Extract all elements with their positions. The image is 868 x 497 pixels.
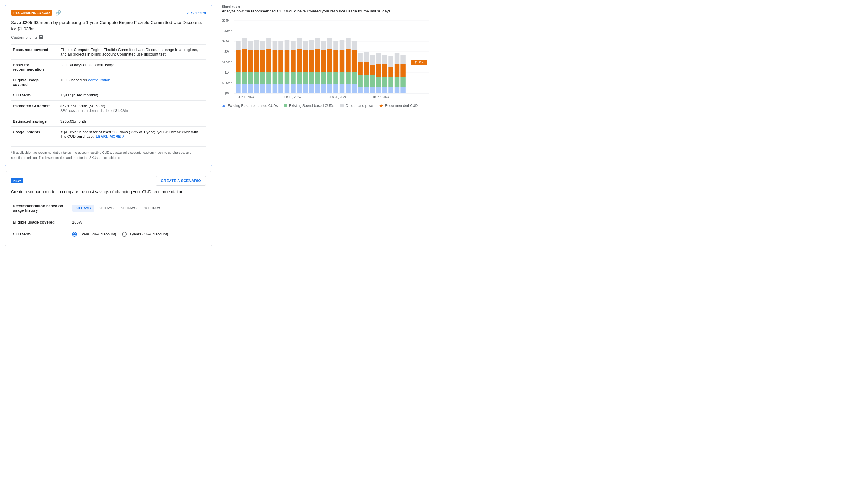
svg-rect-55 [297,49,302,72]
estimated-cost-label: Estimated CUD cost [11,101,58,116]
svg-rect-72 [321,41,326,50]
svg-rect-121 [401,87,405,93]
svg-marker-131 [222,104,226,107]
radio-1-year[interactable]: 1 year (28% discount) [72,232,116,237]
svg-rect-96 [358,53,362,62]
svg-rect-43 [278,50,283,72]
svg-text:Jun 13, 2024: Jun 13, 2024 [283,96,301,99]
configuration-link[interactable]: configuration [88,78,110,82]
svg-rect-57 [303,84,307,93]
svg-rect-60 [303,41,307,50]
svg-rect-53 [297,84,302,93]
tab-30-days[interactable]: 30 DAYS [72,204,95,212]
svg-rect-106 [376,77,381,87]
svg-rect-31 [260,50,265,72]
svg-rect-85 [346,84,350,93]
svg-rect-33 [266,84,271,93]
scenario-table: Recommendation based on usage history 30… [11,200,206,240]
svg-rect-105 [376,87,381,93]
svg-text:$0.5/hr: $0.5/hr [222,81,232,85]
square-green-icon [284,104,287,108]
cost-sub: 28% less than on-demand price of $1.02/h… [60,109,204,113]
svg-rect-89 [352,84,357,93]
svg-rect-103 [370,65,375,75]
svg-rect-93 [358,87,362,93]
svg-rect-26 [254,72,259,84]
svg-rect-112 [382,55,387,63]
legend-resource-label: Existing Resource-based CUDs [228,104,278,108]
svg-rect-58 [303,72,307,84]
svg-rect-70 [321,72,326,84]
svg-rect-49 [291,84,295,93]
svg-rect-69 [321,84,326,93]
svg-rect-113 [388,87,393,93]
legend-on-demand: On-demand price [340,104,373,108]
tab-60-days[interactable]: 60 DAYS [95,204,117,212]
radio-3-year[interactable]: 3 years (46% discount) [122,232,168,237]
svg-rect-50 [291,72,295,84]
svg-rect-46 [285,72,289,84]
footnote: * If applicable, the recommendation take… [11,146,206,160]
svg-rect-27 [254,50,259,72]
learn-more-link[interactable]: LEARN MORE ↗ [96,134,125,139]
svg-rect-64 [309,40,314,50]
svg-rect-41 [278,84,283,93]
svg-rect-120 [394,53,399,63]
svg-rect-54 [297,72,302,84]
svg-rect-99 [364,62,369,75]
svg-rect-25 [254,84,259,93]
svg-rect-76 [328,38,332,49]
simulation-title: Simulation [222,5,429,8]
svg-text:Jun 27, 2024: Jun 27, 2024 [372,96,389,99]
table-row: Eligible usage covered 100% [11,216,206,228]
chart-container: $3.5/hr $3/hr $2.5/hr $2/hr $1.5/hr $1/h… [222,18,429,101]
svg-rect-21 [248,84,252,93]
svg-rect-94 [358,75,362,87]
tab-180-days[interactable]: 180 DAYS [141,204,165,212]
square-gray-icon [340,104,344,108]
svg-rect-19 [242,49,247,72]
table-row: CUD term 1 year (billed monthly) [11,90,206,101]
svg-rect-82 [339,72,344,84]
svg-rect-92 [352,41,357,50]
svg-rect-37 [273,84,277,93]
help-icon[interactable]: ? [39,35,43,40]
create-scenario-button[interactable]: CREATE A SCENARIO [156,176,206,186]
svg-rect-74 [328,72,332,84]
svg-rect-111 [382,63,387,77]
svg-rect-132 [379,104,382,107]
svg-rect-38 [273,72,277,84]
svg-rect-23 [248,50,252,72]
svg-text:$3.5/hr: $3.5/hr [222,19,232,22]
legend-ondemand-label: On-demand price [346,104,373,108]
svg-rect-24 [248,41,252,50]
svg-rect-104 [370,55,375,65]
svg-rect-36 [266,38,271,49]
radio-1-year-circle [72,232,77,237]
basis-value: Last 30 days of historical usage [58,60,206,75]
link-icon[interactable]: 🔗 [55,10,61,16]
svg-rect-67 [315,49,320,72]
svg-rect-79 [333,50,338,72]
left-panel: RECOMMENDED CUD 🔗 ✓ Selected Save $205.6… [5,5,217,246]
svg-rect-86 [346,72,350,84]
eligible-coverage-value: 100% [70,216,206,228]
svg-rect-90 [352,72,357,84]
svg-rect-59 [303,50,307,72]
svg-text:$1/hr: $1/hr [225,71,232,74]
svg-rect-91 [352,50,357,72]
savings-label: Estimated savings [11,116,58,127]
selected-label: Selected [191,11,206,15]
svg-rect-40 [273,41,277,50]
bar-blue-1 [236,84,241,93]
svg-rect-17 [242,84,247,93]
tab-90-days[interactable]: 90 DAYS [118,204,140,212]
custom-pricing-label: Custom pricing [11,35,37,40]
days-tabs: 30 DAYS 60 DAYS 90 DAYS 180 DAYS [72,204,204,212]
svg-rect-108 [376,53,381,63]
svg-rect-78 [333,72,338,84]
svg-rect-65 [315,84,320,93]
svg-rect-62 [309,72,314,84]
svg-rect-32 [260,41,265,50]
svg-text:$1.5/hr: $1.5/hr [222,60,232,64]
